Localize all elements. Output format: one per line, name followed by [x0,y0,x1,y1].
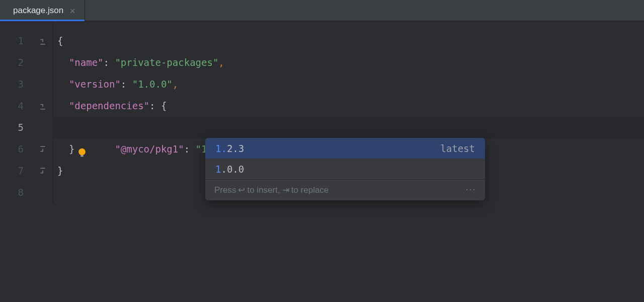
code-line: "dependencies": { [53,95,644,117]
completion-footer-text: Press ↩ to insert, ⇥ to replace [214,185,329,195]
completion-text: 1.0.0 [215,164,244,175]
code-line: "name": "private-packages", [53,52,644,73]
footer-text-post: to replace [291,185,329,195]
lightbulb-icon[interactable] [30,122,41,133]
gutter-line-3: 3 [0,73,53,95]
completion-text: 1.2.3 [215,143,244,154]
token-key: "dependencies" [69,100,149,111]
fold-marker-icon[interactable] [39,102,47,110]
gutter-line-1: 1 [0,30,53,52]
token-colon: : [104,57,115,68]
code-line: { [53,30,644,52]
code-line-current: "@myco/pkg1": "1." [53,117,644,138]
token-string: "1.0.0" [132,79,173,90]
completion-match: 1. [215,143,227,154]
completion-item[interactable]: 1.2.3 latest [205,138,485,159]
gutter-line-5: 5 [0,117,53,138]
completion-hint: latest [440,143,475,154]
more-icon[interactable]: ⋮ [466,185,476,195]
completion-match: 1 [215,164,221,175]
completion-rest: 2.3 [227,143,244,154]
close-icon[interactable]: ✕ [68,7,76,15]
token-brace: { [161,100,167,111]
token-brace: } [69,143,74,155]
token-colon: : [149,100,161,111]
completion-rest: .0.0 [221,164,244,175]
tab-icon: ⇥ [282,185,289,195]
footer-text-pre: Press [214,185,236,195]
completion-footer: Press ↩ to insert, ⇥ to replace ⋮ [205,179,485,200]
enter-icon: ↩ [238,185,245,195]
token-key: "name" [69,57,104,68]
token-brace: { [57,35,63,46]
footer-text-mid: to insert, [247,185,280,195]
token-colon: : [121,79,132,90]
tab-bar: {} package.json ✕ [0,0,644,21]
token-key: "version" [69,79,121,90]
completion-item[interactable]: 1.0.0 [205,159,485,179]
tab-package-json[interactable]: {} package.json ✕ [0,0,85,21]
fold-marker-icon[interactable] [39,37,47,45]
code-line: "version": "1.0.0", [53,73,644,95]
gutter-line-4: 4 [0,95,53,117]
completion-popup: 1.2.3 latest 1.0.0 Press ↩ to insert, ⇥ … [205,138,485,200]
editor: 1 2 3 4 5 6 7 8 { "name": "private-packa… [0,21,644,203]
gutter-line-8: 8 [0,182,53,203]
gutter-line-2: 2 [0,52,53,73]
token-comma: , [218,57,224,68]
token-string: "private-packages" [115,57,218,68]
token-comma: , [173,79,178,90]
token-brace: } [57,165,63,176]
tab-filename: package.json [13,6,63,16]
